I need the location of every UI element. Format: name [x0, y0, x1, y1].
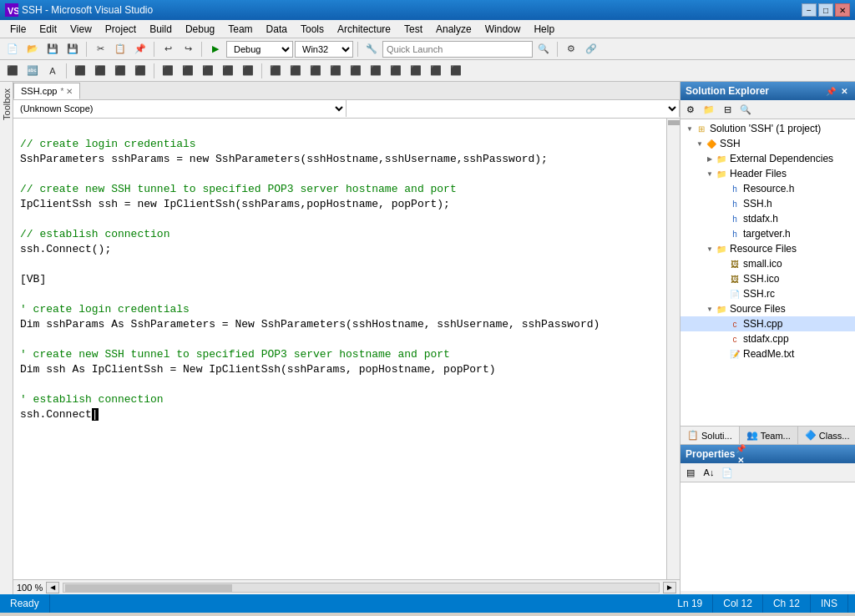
nav-btn5[interactable]: ⬛ [239, 62, 257, 80]
sol-search-button[interactable]: 🔍 [737, 102, 754, 117]
scope-right-select[interactable] [347, 100, 680, 117]
nav-btn3[interactable]: ⬛ [199, 62, 217, 80]
undo-button[interactable]: ↩ [159, 40, 177, 58]
search-toolbar-button[interactable]: 🔍 [534, 40, 553, 58]
tree-item-stdafx-cpp[interactable]: c stdafx.cpp [680, 331, 855, 346]
menu-item-test[interactable]: Test [397, 20, 429, 38]
search-toolbar-input[interactable] [382, 41, 533, 58]
sol-collapse-button[interactable]: ⊟ [719, 102, 736, 117]
minimize-button[interactable]: − [802, 3, 817, 17]
props-close-button[interactable]: ✕ [735, 454, 746, 466]
code-scrollbar[interactable] [666, 119, 680, 579]
format-btn3[interactable]: A [43, 62, 62, 80]
tree-item-ext-deps[interactable]: 📁 External Dependencies [680, 151, 855, 166]
sol-props-button[interactable]: ⚙ [682, 102, 699, 117]
format-btn2[interactable]: 🔤 [23, 62, 42, 80]
view-btn4[interactable]: ⬛ [326, 62, 345, 80]
save-all-button[interactable]: 💾 [63, 40, 82, 58]
tree-item-ssh-rc[interactable]: 📄 SSH.rc [680, 286, 855, 301]
view-btn8[interactable]: ⬛ [407, 62, 425, 80]
menu-item-analyze[interactable]: Analyze [429, 20, 478, 38]
menu-item-team[interactable]: Team [221, 20, 259, 38]
new-file-button[interactable]: 📄 [3, 40, 22, 58]
pin-button[interactable]: 📌 [825, 85, 837, 97]
nav-btn4[interactable]: ⬛ [219, 62, 237, 80]
close-button[interactable]: ✕ [835, 3, 850, 17]
tree-item-solution[interactable]: ⊞ Solution 'SSH' (1 project) [680, 121, 855, 136]
tree-item-readme-txt[interactable]: 📝 ReadMe.txt [680, 346, 855, 361]
menu-item-help[interactable]: Help [527, 20, 561, 38]
menu-item-build[interactable]: Build [143, 20, 179, 38]
code-view[interactable]: // create login credentials SshParameter… [13, 119, 680, 579]
tree-item-stdafx-h[interactable]: h stdafx.h [680, 211, 855, 226]
save-button[interactable]: 💾 [43, 40, 62, 58]
redo-button[interactable]: ↪ [179, 40, 197, 58]
menu-item-data[interactable]: Data [260, 20, 294, 38]
view-btn1[interactable]: ⬛ [266, 62, 285, 80]
scroll-right-button[interactable]: ► [663, 582, 676, 593]
indent-btn1[interactable]: ⬛ [71, 62, 89, 80]
menu-item-architecture[interactable]: Architecture [331, 20, 397, 38]
view-btn5[interactable]: ⬛ [347, 62, 365, 80]
tree-item-header-files[interactable]: 📁 Header Files [680, 166, 855, 181]
code-content[interactable]: // create login credentials SshParameter… [13, 119, 666, 579]
props-categorize-button[interactable]: ▤ [682, 465, 699, 480]
properties-content [680, 482, 855, 591]
nav-btn2[interactable]: ⬛ [179, 62, 197, 80]
view-btn7[interactable]: ⬛ [387, 62, 405, 80]
props-pin-button[interactable]: 📌 [735, 442, 746, 454]
tab-team-explorer[interactable]: 👥 Team... [740, 427, 798, 444]
paste-button[interactable]: 📌 [131, 40, 149, 58]
menu-item-debug[interactable]: Debug [179, 20, 221, 38]
indent-btn3[interactable]: ⬛ [111, 62, 129, 80]
tree-item-resource-h[interactable]: h Resource.h [680, 181, 855, 196]
panel-close-button[interactable]: ✕ [838, 85, 850, 97]
debug-config-select[interactable]: Debug [226, 41, 293, 58]
code-line-4: // create new SSH tunnel to specified PO… [20, 183, 457, 195]
indent-btn2[interactable]: ⬛ [91, 62, 109, 80]
menu-item-project[interactable]: Project [99, 20, 143, 38]
tree-item-source-files[interactable]: 📁 Source Files [680, 301, 855, 316]
scope-left-select[interactable]: (Unknown Scope) [13, 100, 347, 117]
tree-item-small-ico[interactable]: 🖼 small.ico [680, 256, 855, 271]
props-alphabetic-button[interactable]: A↓ [701, 465, 717, 480]
tree-item-resource-files[interactable]: 📁 Resource Files [680, 241, 855, 256]
view-btn9[interactable]: ⬛ [427, 62, 445, 80]
restore-button[interactable]: □ [818, 3, 833, 17]
menu-item-file[interactable]: File [3, 20, 33, 38]
start-debug-button[interactable]: ▶ [206, 40, 225, 58]
tree-item-ssh-h[interactable]: h SSH.h [680, 196, 855, 211]
toolbar-btn-extra1[interactable]: 🔧 [362, 40, 381, 58]
view-btn6[interactable]: ⬛ [367, 62, 385, 80]
open-button[interactable]: 📂 [23, 40, 42, 58]
tab-class-view[interactable]: 🔷 Class... [798, 427, 855, 444]
tab-ssh-cpp[interactable]: SSH.cpp * ✕ [13, 83, 80, 99]
view-btn2[interactable]: ⬛ [286, 62, 305, 80]
menu-item-window[interactable]: Window [478, 20, 528, 38]
cut-button[interactable]: ✂ [91, 40, 109, 58]
platform-select[interactable]: Win32 [295, 41, 353, 58]
zoom-down-button[interactable]: ◄ [46, 582, 59, 593]
indent-btn4[interactable]: ⬛ [131, 62, 149, 80]
toolbar-btn-extra2[interactable]: ⚙ [562, 40, 580, 58]
tab-solution-explorer[interactable]: 📋 Soluti... [680, 427, 740, 444]
scroll-thumb[interactable] [668, 120, 680, 125]
tree-item-project-ssh[interactable]: 🔶 SSH [680, 136, 855, 151]
view-btn3[interactable]: ⬛ [306, 62, 325, 80]
copy-button[interactable]: 📋 [111, 40, 129, 58]
menu-item-view[interactable]: View [63, 20, 99, 38]
toolbar-btn-extra3[interactable]: 🔗 [582, 40, 600, 58]
h-scrollbar[interactable] [63, 583, 660, 593]
menu-item-edit[interactable]: Edit [33, 20, 63, 38]
code-line-7: // establish connection [20, 228, 169, 240]
tree-item-targetver-h[interactable]: h targetver.h [680, 226, 855, 241]
props-pages-button[interactable]: 📄 [719, 465, 736, 480]
tab-close-icon[interactable]: * ✕ [60, 87, 73, 96]
nav-btn1[interactable]: ⬛ [159, 62, 177, 80]
tree-item-ssh-cpp[interactable]: c SSH.cpp [680, 316, 855, 331]
view-btn10[interactable]: ⬛ [447, 62, 465, 80]
menu-item-tools[interactable]: Tools [294, 20, 331, 38]
tree-item-ssh-ico[interactable]: 🖼 SSH.ico [680, 271, 855, 286]
sol-show-files-button[interactable]: 📁 [701, 102, 717, 117]
format-btn1[interactable]: ⬛ [3, 62, 22, 80]
